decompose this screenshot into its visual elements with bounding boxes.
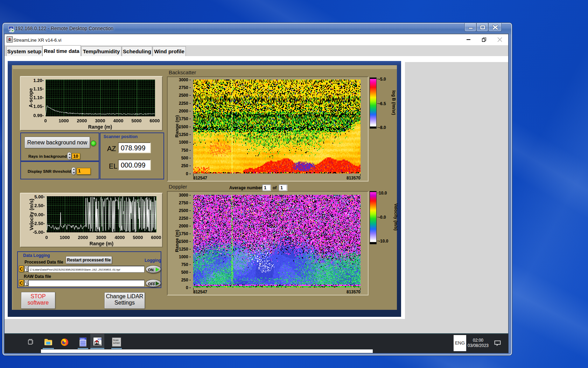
svg-text:Scan: Scan — [113, 339, 119, 341]
svg-text:WEEK: WEEK — [80, 338, 85, 340]
svg-text:sched: sched — [113, 342, 120, 344]
svg-text:XR: XR — [97, 338, 102, 341]
